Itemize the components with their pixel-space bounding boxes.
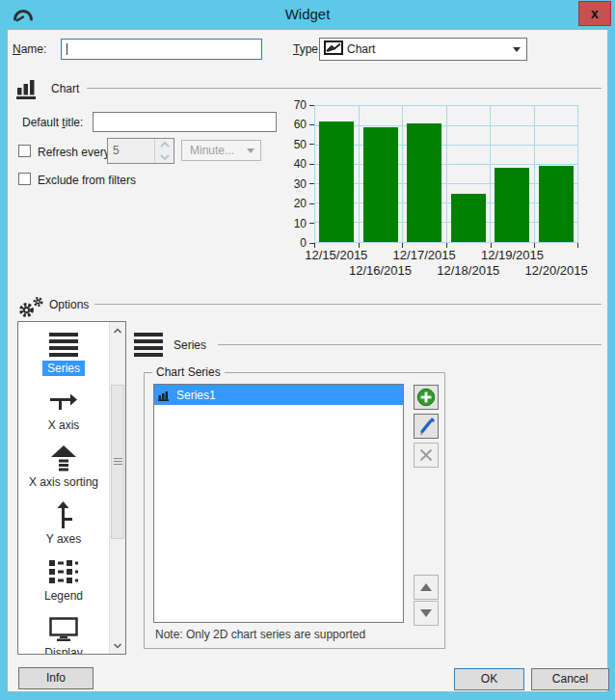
- chevron-down-icon: [247, 148, 254, 153]
- options-sidebar: SeriesX axisX axis sortingY axesLegendDi…: [17, 321, 126, 655]
- delete-series-button: [414, 443, 439, 468]
- close-button[interactable]: x: [578, 1, 611, 26]
- triangle-up-icon: [418, 580, 434, 594]
- chart-column: [403, 106, 447, 242]
- window-title: Widget: [0, 0, 615, 29]
- delete-x-icon: [417, 446, 435, 464]
- series-item-icon: [158, 390, 172, 401]
- refresh-interval-value: 5: [108, 139, 154, 163]
- refresh-unit-value: Minute...: [186, 144, 247, 157]
- section-divider: [94, 304, 602, 305]
- info-button[interactable]: Info: [18, 667, 94, 689]
- chart-bar: [495, 168, 529, 242]
- default-title-label: Default title:: [22, 116, 83, 129]
- sidebar-item-label: Display: [40, 645, 87, 655]
- refresh-label: Refresh every: [38, 146, 110, 159]
- chart-column: [315, 106, 360, 242]
- text-caret: [67, 43, 67, 55]
- x-tick-label: 12/19/2015: [481, 248, 544, 262]
- x-tick-label: 12/15/2015: [305, 248, 367, 262]
- chart-series-list[interactable]: Series1: [153, 384, 404, 623]
- sidebar-item-y-axes[interactable]: Y axes: [18, 500, 109, 557]
- sidebar-item-display[interactable]: Display: [18, 614, 109, 655]
- sidebar-item-legend[interactable]: Legend: [18, 557, 109, 614]
- chart-y-axis-labels: 010203040506070: [278, 105, 314, 243]
- chart-column: [360, 106, 404, 242]
- x-axis-sorting-icon: [51, 444, 76, 472]
- cancel-button[interactable]: Cancel: [531, 668, 609, 690]
- add-series-button[interactable]: [414, 385, 439, 410]
- scroll-up-icon[interactable]: [110, 322, 125, 338]
- chart-bar: [539, 166, 574, 242]
- widget-dialog: Widget x Name: Type: Chart: [0, 0, 615, 700]
- name-input[interactable]: [61, 39, 262, 60]
- type-combobox[interactable]: Chart: [319, 38, 527, 61]
- sidebar-item-series[interactable]: Series: [18, 330, 109, 387]
- chart-bars: [315, 106, 577, 242]
- sidebar-item-label: X axis: [43, 417, 85, 433]
- chart-bar: [407, 123, 441, 242]
- chart-column: [491, 106, 535, 242]
- sidebar-item-label: Legend: [40, 588, 88, 604]
- sidebar-item-label: X axis sorting: [24, 474, 103, 490]
- section-divider: [218, 344, 602, 345]
- ok-button[interactable]: OK: [454, 668, 524, 690]
- refresh-interval-spinner: 5: [107, 138, 174, 164]
- chart-bar: [363, 127, 398, 242]
- y-axes-icon: [54, 500, 73, 529]
- sidebar-scrollbar[interactable]: [109, 322, 125, 654]
- section-divider: [87, 88, 602, 89]
- sidebar-item-x-axis[interactable]: X axis: [18, 387, 109, 444]
- bar-chart-icon: [16, 77, 41, 102]
- spinner-down-icon: [155, 151, 174, 164]
- chart-type-icon: [324, 40, 343, 58]
- scroll-down-icon[interactable]: [110, 637, 125, 654]
- series-panel-title: Series: [174, 338, 206, 352]
- sidebar-item-label: Series: [42, 361, 85, 376]
- y-tick-label: 40: [281, 157, 307, 171]
- chart-column: [447, 106, 492, 242]
- scrollbar-thumb[interactable]: [111, 385, 124, 539]
- exclude-filters-checkbox[interactable]: [18, 173, 31, 185]
- series-icon: [49, 330, 78, 359]
- chart-section-title: Chart: [51, 82, 79, 95]
- series-item-label: Series1: [176, 389, 216, 402]
- move-down-button: [414, 601, 439, 626]
- refresh-checkbox[interactable]: [18, 145, 31, 157]
- x-tick-label: 12/17/2015: [393, 248, 456, 262]
- sidebar-item-x-axis-sorting[interactable]: X axis sorting: [18, 444, 109, 500]
- chart-x-axis-labels: 12/15/201512/16/201512/17/201512/18/2015…: [314, 248, 578, 281]
- pencil-icon: [417, 417, 436, 436]
- options-sidebar-items: SeriesX axisX axis sortingY axesLegendDi…: [18, 330, 109, 655]
- dialog-content: Name: Type: Chart Chart: [7, 29, 608, 692]
- edit-series-button[interactable]: [414, 414, 439, 439]
- spinner-up-icon: [155, 139, 174, 151]
- y-tick-label: 0: [281, 236, 307, 250]
- y-tick-label: 50: [281, 138, 307, 151]
- series-note: Note: Only 2D chart series are supported: [155, 628, 365, 641]
- plus-icon: [416, 388, 436, 407]
- default-title-input[interactable]: [93, 112, 277, 132]
- x-tick-label: 12/20/2015: [525, 263, 588, 278]
- titlebar[interactable]: Widget x: [0, 0, 615, 29]
- chart-bar: [451, 194, 486, 242]
- chart-series-group-label: Chart Series: [152, 365, 225, 379]
- triangle-down-icon: [418, 606, 434, 620]
- series-panel-icon: [134, 333, 163, 360]
- series-list-item[interactable]: Series1: [154, 385, 403, 405]
- move-up-button: [414, 575, 439, 600]
- x-tick-label: 12/16/2015: [349, 263, 412, 278]
- y-tick-label: 30: [281, 177, 307, 191]
- chart-plot: [314, 105, 578, 243]
- chart-bar: [319, 121, 354, 242]
- exclude-filters-label: Exclude from filters: [38, 174, 136, 187]
- name-label: Name:: [13, 42, 46, 56]
- x-tick-label: 12/18/2015: [437, 263, 499, 278]
- x-axis-icon: [50, 387, 77, 416]
- gears-icon: [16, 296, 47, 322]
- chevron-down-icon: [513, 47, 521, 52]
- options-section-title: Options: [49, 298, 89, 311]
- sidebar-item-label: Y axes: [41, 531, 86, 547]
- refresh-unit-combobox: Minute...: [181, 140, 261, 161]
- y-tick-label: 70: [281, 98, 307, 112]
